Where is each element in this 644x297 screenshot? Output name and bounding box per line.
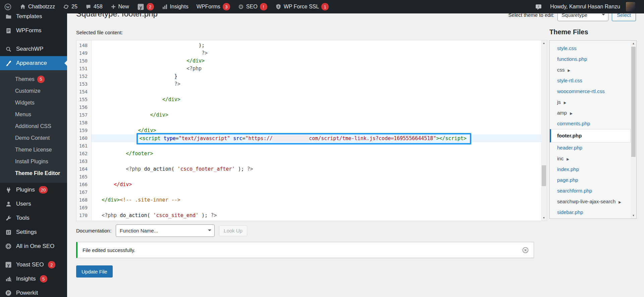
comments-count: 458 <box>94 4 103 10</box>
theme-file-header-php[interactable]: header.php <box>550 142 631 153</box>
line-content: <?php do_action( 'csco_footer_after' ); … <box>92 165 541 173</box>
code-line-153: 153 ?> <box>76 80 541 88</box>
sidebar-item-label: Users <box>16 201 31 207</box>
sidebar-item-appearance[interactable]: Appearance <box>0 56 67 70</box>
scroll-down-arrow[interactable]: ▼ <box>631 213 636 218</box>
sidebar-item-powerkit[interactable]: PPowerkit <box>0 286 67 297</box>
file-label: js <box>557 99 561 105</box>
new-content-menu[interactable]: New <box>107 0 133 13</box>
file-label: index.php <box>557 166 579 172</box>
user-avatar <box>626 2 635 11</box>
line-content: </footer> <box>92 150 541 158</box>
messages-menu[interactable] <box>531 0 546 13</box>
line-content: <?php <box>92 65 541 73</box>
wp-force-ssl-menu[interactable]: WP Force SSL 1 <box>271 0 333 13</box>
menu-separator <box>0 38 67 42</box>
scroll-up-arrow[interactable]: ▲ <box>541 40 547 46</box>
code-editor[interactable]: 148 );149 ?>150 </div>151 <?php152 }153 <box>76 40 547 221</box>
theme-file-inc[interactable]: inc▶ <box>550 153 631 164</box>
code-line-162: 162 </footer> <box>76 150 541 158</box>
folder-arrow-icon: ▶ <box>570 112 573 115</box>
code-line-167: 167 <box>76 188 541 196</box>
submenu-item-additional-css[interactable]: Additional CSS <box>0 120 67 132</box>
theme-file-functions-php[interactable]: functions.php <box>550 54 631 65</box>
sidebar-item-users[interactable]: Users <box>0 197 67 211</box>
line-content: </div> <box>92 96 541 103</box>
code-line-161: 161 <box>76 142 541 150</box>
lookup-button[interactable]: Look Up <box>219 225 247 236</box>
dismiss-notice-button[interactable] <box>522 247 529 253</box>
yoast-icon: y <box>137 3 144 10</box>
success-notice: File edited successfully. <box>76 242 534 258</box>
theme-file-footer-php[interactable]: footer.php <box>550 129 631 142</box>
theme-file-sidebar-php[interactable]: sidebar.php <box>550 207 631 218</box>
submenu-item-label: Additional CSS <box>15 123 51 129</box>
submenu-item-label: Themes <box>15 76 35 82</box>
wp-logo-menu[interactable]: W <box>0 0 16 13</box>
insights-menu[interactable]: Insights <box>158 0 193 13</box>
site-name-label: Chatbotzzz <box>28 4 55 10</box>
yoast-icon: y <box>5 261 12 268</box>
appearance-submenu: Themes5CustomizeWidgetsMenusAdditional C… <box>0 70 67 183</box>
file-label: style.css <box>557 45 577 51</box>
theme-file-comments-php[interactable]: comments.php <box>550 118 631 129</box>
sidebar-item-insights[interactable]: Insights5 <box>0 272 67 286</box>
line-number: 160 <box>76 134 92 142</box>
submenu-item-widgets[interactable]: Widgets <box>0 97 67 109</box>
seo-menu[interactable]: ⚙ SEO ! <box>234 0 271 13</box>
bar-chart-icon <box>162 4 168 10</box>
line-number: 159 <box>76 127 92 134</box>
sidebar-item-wpforms[interactable]: WPForms <box>0 24 67 38</box>
submenu-item-demo-content[interactable]: Demo Content <box>0 132 67 144</box>
editor-scrollbar-thumb[interactable] <box>542 165 546 186</box>
yoast-menu[interactable]: y 2 <box>133 0 158 13</box>
sidebar-item-settings[interactable]: Settings <box>0 225 67 239</box>
site-name-menu[interactable]: Chatbotzzz <box>16 0 59 13</box>
sidebar-item-label: Insights <box>16 275 36 282</box>
files-scrollbar-thumb[interactable] <box>631 47 636 157</box>
update-file-button[interactable]: Update File <box>76 265 113 278</box>
submenu-item-menus[interactable]: Menus <box>0 109 67 120</box>
submenu-item-theme-license[interactable]: Theme License <box>0 144 67 156</box>
my-account-menu[interactable]: Howdy, Kamrul Hasan Ranzu <box>546 0 639 13</box>
sidebar-item-tools[interactable]: Tools <box>0 211 67 225</box>
theme-file-searchform-php[interactable]: searchform.php <box>550 185 631 196</box>
submenu-item-themes[interactable]: Themes5 <box>0 73 67 85</box>
sidebar-item-all-in-one-seo[interactable]: All in One SEO <box>0 239 67 253</box>
line-number: 164 <box>76 165 92 173</box>
new-label: New <box>118 4 129 10</box>
submenu-item-install-plugins[interactable]: Install Plugins <box>0 156 67 167</box>
count-badge: 2 <box>48 261 55 268</box>
submenu-item-theme-file-editor[interactable]: Theme File Editor <box>0 167 67 179</box>
scroll-up-arrow[interactable]: ▲ <box>631 41 636 46</box>
theme-file-style-rtl-css[interactable]: style-rtl.css <box>550 75 631 86</box>
theme-file-amp[interactable]: amp▶ <box>550 108 631 118</box>
theme-file-searchwp-live-ajax-search[interactable]: searchwp-live-ajax-search▶ <box>550 196 631 207</box>
files-scrollbar[interactable]: ▲ ▼ <box>631 41 636 218</box>
code-line-169: 169 <box>76 204 541 212</box>
submenu-item-customize[interactable]: Customize <box>0 85 67 97</box>
theme-file-woocommerce-rtl-css[interactable]: woocommerce-rtl.css <box>550 86 631 97</box>
theme-file-css[interactable]: css▶ <box>550 65 631 75</box>
sidebar-item-searchwp[interactable]: SearchWP <box>0 42 67 56</box>
function-select[interactable]: Function Name... <box>116 224 215 237</box>
notice-text: File edited successfully. <box>83 247 135 253</box>
line-number: 167 <box>76 188 92 196</box>
sidebar-item-label: WPForms <box>16 27 42 34</box>
theme-file-style-css[interactable]: style.css <box>550 43 631 54</box>
plus-icon <box>111 4 116 9</box>
updates-menu[interactable]: 25 <box>59 0 82 13</box>
theme-file-index-php[interactable]: index.php <box>550 164 631 175</box>
sidebar-item-label: Yoast SEO <box>16 261 44 268</box>
line-number: 151 <box>76 65 92 73</box>
line-content: <?php do_action( 'csco_site_end' ); ?> <box>92 212 541 219</box>
sidebar-item-yoast-seo[interactable]: yYoast SEO2 <box>0 258 67 272</box>
wpforms-menu[interactable]: WPForms 3 <box>193 0 234 13</box>
editor-scrollbar[interactable]: ▲ ▼ <box>541 40 547 221</box>
sidebar-item-plugins[interactable]: Plugins20 <box>0 183 67 197</box>
scroll-down-arrow[interactable]: ▼ <box>541 215 547 221</box>
theme-file-page-php[interactable]: page.php <box>550 175 631 185</box>
comments-menu[interactable]: 458 <box>82 0 107 13</box>
theme-file-js[interactable]: js▶ <box>550 97 631 108</box>
submenu-item-label: Menus <box>15 112 31 117</box>
